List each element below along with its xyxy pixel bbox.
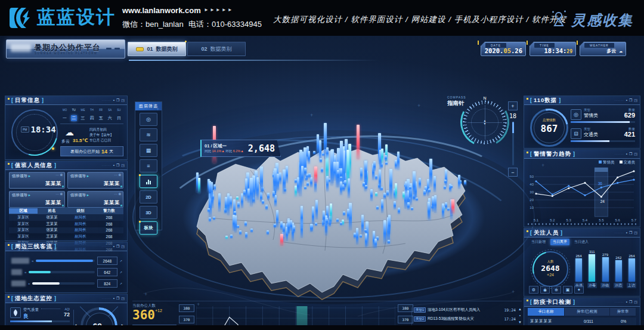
layer-button-signal-icon[interactable]: ≋ [140, 128, 157, 141]
card-options-icon: ··· ⊗ [114, 173, 121, 177]
svg-text:5.5: 5.5 [599, 218, 604, 222]
week-row: MO一TU二WE三TH四FR五SA六SU日 [60, 107, 123, 123]
pin-icon[interactable]: ▪ [113, 245, 114, 248]
weather-condition: 多云 [61, 138, 70, 144]
expand-icon[interactable]: ◳ [121, 297, 125, 300]
tab-pill-icon [136, 47, 144, 51]
total-alerts-gauge: 总警情数 867 [530, 109, 568, 147]
tab-data-category-2[interactable]: 02数据类别 [187, 42, 246, 56]
today-data-button[interactable]: 今日数据 [132, 325, 177, 330]
divider [60, 124, 123, 124]
layer-button-bar-chart-icon[interactable] [140, 175, 157, 188]
lunar-calendar: 闰四月初四 庚子年【鼠年】 辛巳月 己巳日 [89, 127, 114, 143]
alarm-row[interactable]: 类型2RD13-53烟感报警疑似火灾17:24 [414, 314, 522, 323]
svg-text:50: 50 [530, 175, 534, 178]
duty-card[interactable]: 值班领导 ▸··· ⊗某某某 [9, 172, 65, 189]
duty-card[interactable]: 值班领导 ▸··· ⊗某某某 [9, 191, 65, 208]
scroll-dot-icon[interactable]: ● [519, 314, 521, 317]
checkpoint-header-cell[interactable]: 卡口名称 [528, 308, 564, 316]
zoom-level: 18 [509, 113, 516, 119]
panel-alert-trend: [警情警力趋势]······▪❐◳ 警情类 交通类 10203040503624… [524, 149, 640, 227]
focus-tabs: 当日新增当日离开当日进入 [529, 239, 591, 245]
svg-text:20: 20 [530, 198, 534, 202]
focus-filter-icon[interactable]: ⚙ [529, 286, 538, 294]
window-icon[interactable]: ❐ [629, 231, 632, 235]
checkpoint-header-cell[interactable]: 异常/已检测 [565, 308, 609, 316]
layer-button-list-icon[interactable]: ≡ [140, 159, 157, 172]
scroll-down-icon[interactable]: ▼ [518, 320, 522, 324]
duty-card[interactable]: 值班领导 ▸··· ⊗某某某 [67, 191, 123, 208]
focus-filter-icon[interactable]: ◉ [540, 286, 550, 294]
alarm-row[interactable]: 类型4某路口有小汽车连闯三个红灯19:24 [414, 323, 522, 330]
table-row: 某某区王某某副局长268 [9, 221, 123, 227]
expand-icon[interactable]: ◳ [634, 231, 637, 235]
zoom-slider[interactable] [512, 122, 514, 165]
pin-icon[interactable]: ▪ [626, 300, 627, 304]
window-icon[interactable]: ❐ [116, 98, 119, 102]
layer-button-pin-icon[interactable]: ◎ [140, 113, 157, 126]
axis-decoration [528, 223, 636, 225]
scroll-up-icon[interactable]: ▲ [518, 307, 522, 311]
gauge-left-arrow[interactable]: ◀ [73, 323, 76, 328]
tooltip-value: 2,648 [248, 143, 280, 154]
platform-title-plate: 暑期办公协作平台 SUMMER WORKING PLATFORM [6, 39, 125, 58]
phone-contact: 电话：010-63334945 [188, 19, 262, 30]
checkpoint-row: 某某某某0/890% [528, 325, 636, 330]
inspiration-icon [550, 10, 568, 27]
layer-button-3d-icon[interactable]: 3D [140, 206, 157, 219]
window-icon[interactable]: ❐ [116, 245, 119, 248]
office-count-widget: 当前办公人数 360+12 今日数据 历史数据 [132, 303, 180, 330]
traffic-type-item: ⊟ 类型 交通类 数量 421 [571, 127, 635, 145]
pin-icon[interactable]: ▪ [113, 164, 114, 167]
expand-icon[interactable]: ◳ [121, 164, 125, 167]
window-icon[interactable]: ❐ [629, 152, 632, 156]
layer-button-plate-icon[interactable]: 板块 [140, 221, 157, 235]
layer-button-district-icon[interactable]: ▦ [140, 144, 157, 157]
zoom-out-button[interactable]: − [508, 168, 518, 177]
alert-type-item: ◎ 类型 警情类 数量 629 [571, 108, 635, 126]
focus-tab[interactable]: 当日离开 [550, 239, 569, 245]
window-icon[interactable]: ❐ [116, 164, 119, 167]
focus-bar: 311 [587, 248, 596, 282]
pin-icon[interactable]: ▪ [113, 297, 114, 300]
svg-text:5.1: 5.1 [534, 218, 539, 222]
expand-icon[interactable]: ◳ [121, 98, 125, 102]
focus-tab[interactable]: 当日进入 [572, 239, 591, 245]
alarm-row[interactable]: 类型1湿地3-104片区有不明人员闯入19:24 [414, 306, 522, 314]
tab-data-category-1[interactable]: 01数据类别 [128, 42, 186, 56]
pin-icon[interactable]: ▪ [113, 98, 114, 102]
week-day: WE三 [78, 107, 87, 123]
site-url[interactable]: www.lanlanwork.com [122, 6, 201, 15]
window-icon[interactable]: ❐ [629, 98, 632, 102]
expand-icon[interactable]: ◳ [634, 152, 637, 156]
duty-card[interactable]: 值班领导 ▸··· ⊗某某某 [67, 172, 123, 189]
checkpoint-header-cell[interactable]: 异常率 [610, 308, 636, 316]
window-icon[interactable]: ❐ [116, 297, 119, 300]
checkpoint-header: 卡口名称异常/已检测异常率 [528, 308, 636, 316]
focus-bar: 279 [601, 248, 610, 282]
focus-filter-icon[interactable]: ▣ [563, 286, 572, 294]
wechat-contact: 微信：ben_lanlan [122, 19, 184, 30]
zoom-in-button[interactable]: + [508, 101, 518, 110]
pin-icon[interactable]: ▪ [626, 231, 627, 235]
focus-tab[interactable]: 当日新增 [529, 239, 548, 245]
date-plate: DATE 2020.05.26 [481, 42, 526, 56]
pin-icon[interactable]: ▪ [626, 152, 627, 156]
expand-icon[interactable]: ◳ [121, 245, 125, 248]
window-icon[interactable]: ❐ [629, 300, 632, 304]
map-zoom-control: + 18 − [508, 101, 518, 177]
summer-notice-banner: 暑期办公已开始14天 [60, 146, 123, 156]
expand-icon[interactable]: ◳ [634, 98, 637, 102]
week-day: SU日 [114, 107, 123, 123]
focus-filter-icon[interactable]: ⊕ [552, 286, 561, 294]
focus-filter-icon[interactable]: ✦ [574, 286, 584, 294]
gauge-right-arrow[interactable]: ▶ [122, 323, 125, 328]
promo-banner: 蓝蓝设计 www.lanlanwork.com ►►►►► 微信：ben_lan… [0, 0, 644, 36]
pin-icon[interactable]: ▪ [626, 98, 627, 102]
redacted-block [11, 44, 31, 52]
expand-icon[interactable]: ◳ [634, 300, 637, 304]
clock-dot [52, 147, 54, 150]
layer-button-2d-icon[interactable]: 2D [140, 190, 157, 203]
flow-row: »824↗ [11, 279, 122, 288]
time-plate: TIME 18:34:29 [530, 42, 576, 56]
